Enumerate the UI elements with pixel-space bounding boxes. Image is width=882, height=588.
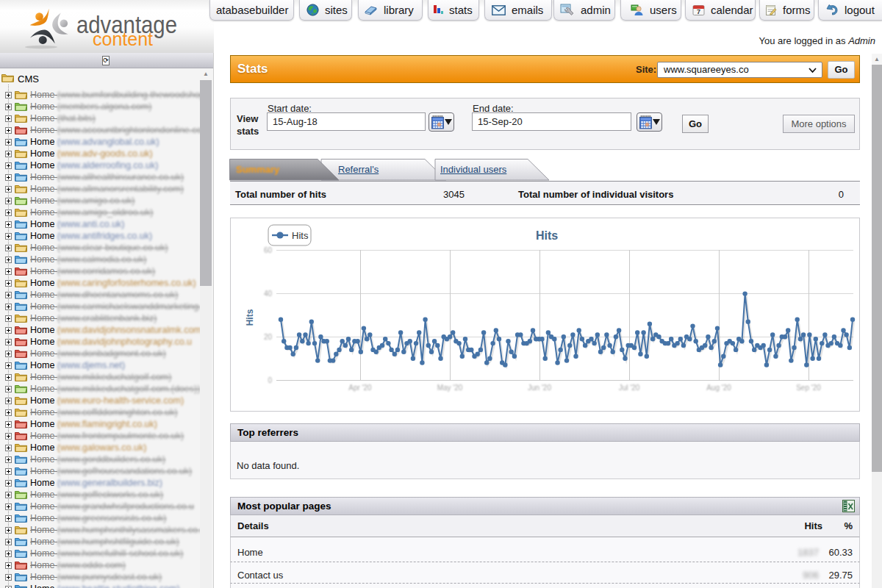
svg-text:May '20: May '20 [437, 384, 463, 392]
svg-text:60: 60 [264, 246, 273, 254]
svg-text:Aug '20: Aug '20 [706, 384, 731, 392]
svg-text:Hits: Hits [292, 230, 309, 241]
svg-text:0: 0 [268, 376, 272, 384]
svg-text:Sep '20: Sep '20 [796, 384, 821, 392]
svg-text:content: content [93, 29, 153, 49]
svg-text:Hits: Hits [536, 229, 558, 242]
svg-text:40: 40 [264, 290, 273, 298]
svg-text:20: 20 [264, 333, 273, 341]
svg-text:7: 7 [697, 8, 700, 15]
svg-text:Apr '20: Apr '20 [348, 384, 372, 392]
svg-text:Hits: Hits [245, 309, 255, 326]
svg-text:Jun '20: Jun '20 [528, 384, 551, 392]
svg-text:Jul '20: Jul '20 [619, 384, 640, 392]
